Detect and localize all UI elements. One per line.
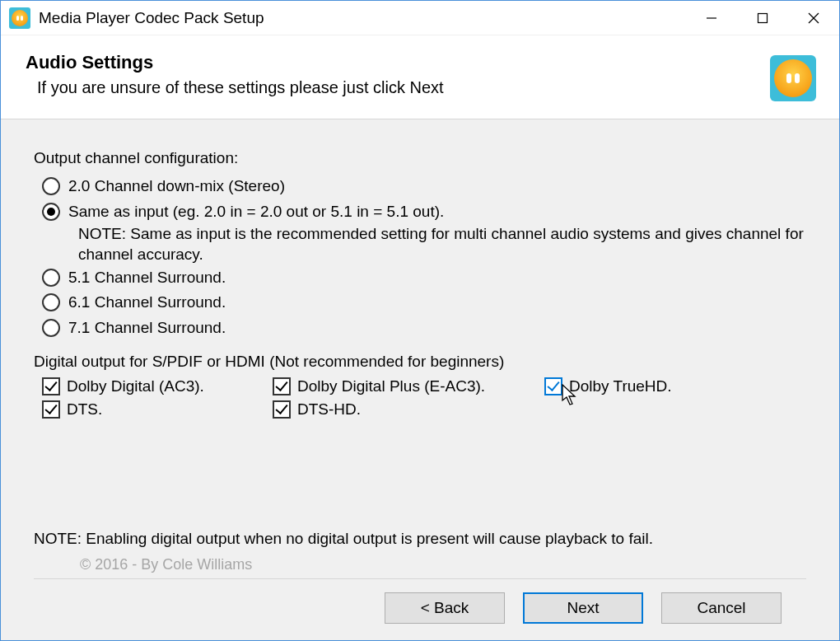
checkbox-icon — [544, 377, 562, 395]
app-icon — [9, 7, 30, 29]
minimize-button[interactable] — [686, 1, 737, 35]
radio-icon — [42, 269, 60, 287]
radio-option-same-as-input[interactable]: Same as input (eg. 2.0 in = 2.0 out or 5… — [42, 199, 806, 225]
wizard-footer: < Back Next Cancel — [34, 579, 806, 640]
radio-label: 6.1 Channel Surround. — [68, 292, 226, 313]
wizard-header: Audio Settings If you are unsure of thes… — [1, 35, 839, 119]
digital-output-checks: Dolby Digital (AC3). Dolby Digital Plus … — [42, 377, 806, 419]
back-button[interactable]: < Back — [385, 592, 505, 624]
output-channel-radios: 2.0 Channel down-mix (Stereo) Same as in… — [42, 174, 806, 341]
product-icon — [770, 55, 816, 101]
setup-window: Media Player Codec Pack Setup Audio Sett… — [0, 0, 840, 641]
check-dolby-ac3[interactable]: Dolby Digital (AC3). — [42, 377, 273, 395]
check-dts[interactable]: DTS. — [42, 400, 273, 419]
radio-option-71[interactable]: 7.1 Channel Surround. — [42, 316, 806, 341]
radio-icon — [42, 319, 60, 337]
copyright-text: © 2016 - By Cole Williams — [34, 554, 806, 573]
radio-icon — [42, 293, 60, 311]
radio-option-61[interactable]: 6.1 Channel Surround. — [42, 290, 806, 316]
check-label: Dolby TrueHD. — [569, 377, 672, 395]
maximize-button[interactable] — [737, 1, 788, 35]
radio-label: 5.1 Channel Surround. — [68, 268, 226, 288]
radio-icon — [42, 203, 60, 221]
check-label: DTS. — [67, 400, 102, 419]
radio-label: 2.0 Channel down-mix (Stereo) — [68, 176, 285, 197]
cancel-button[interactable]: Cancel — [661, 592, 782, 624]
check-dolby-eac3[interactable]: Dolby Digital Plus (E-AC3). — [273, 377, 544, 395]
page-subtitle: If you are unsure of these settings plea… — [37, 78, 814, 97]
checkbox-icon — [42, 400, 60, 419]
radio-option-51[interactable]: 5.1 Channel Surround. — [42, 265, 806, 291]
check-dolby-truehd[interactable]: Dolby TrueHD. — [544, 377, 806, 395]
radio-label: 7.1 Channel Surround. — [68, 318, 226, 339]
close-button[interactable] — [788, 1, 839, 35]
check-dts-hd[interactable]: DTS-HD. — [273, 400, 544, 419]
check-label: DTS-HD. — [297, 400, 361, 419]
window-title: Media Player Codec Pack Setup — [39, 9, 264, 27]
checkbox-icon — [273, 377, 291, 395]
check-label: Dolby Digital Plus (E-AC3). — [297, 377, 485, 395]
checkbox-icon — [273, 400, 291, 419]
radio-label: Same as input (eg. 2.0 in = 2.0 out or 5… — [68, 202, 444, 222]
wizard-body: Output channel configuration: 2.0 Channe… — [1, 119, 839, 640]
window-controls — [686, 1, 839, 35]
radio-note: NOTE: Same as input is the recommended s… — [78, 224, 806, 264]
output-channel-label: Output channel configuration: — [34, 149, 806, 167]
titlebar: Media Player Codec Pack Setup — [1, 1, 839, 35]
next-button[interactable]: Next — [523, 592, 643, 624]
digital-output-label: Digital output for S/PDIF or HDMI (Not r… — [34, 353, 806, 371]
radio-icon — [42, 177, 60, 195]
svg-rect-1 — [758, 13, 768, 22]
warning-note: NOTE: Enabling digital output when no di… — [34, 513, 806, 554]
radio-option-stereo[interactable]: 2.0 Channel down-mix (Stereo) — [42, 174, 806, 199]
check-label: Dolby Digital (AC3). — [67, 377, 204, 395]
checkbox-icon — [42, 377, 60, 395]
page-title: Audio Settings — [26, 52, 814, 73]
